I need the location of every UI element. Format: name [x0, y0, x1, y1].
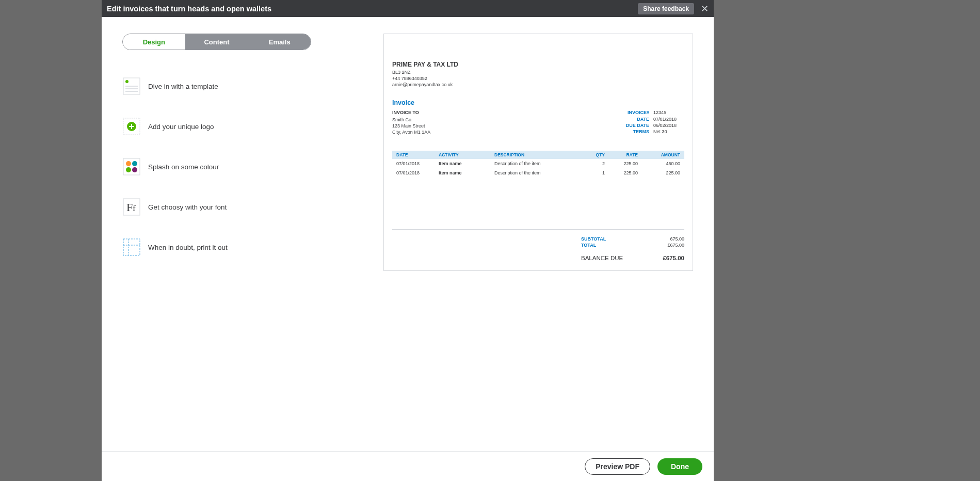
invoice-title: Invoice	[392, 99, 684, 106]
invoice-meta: INVOICE#12345 DATE07/01/2018 DUE DATE06/…	[617, 109, 684, 135]
totals-block: SUBTOTAL675.00 TOTAL£675.00 BALANCE DUE£…	[392, 229, 684, 262]
company-email: arnie@primepayandtax.co.uk	[392, 82, 684, 88]
col-header-date: DATE	[396, 152, 439, 157]
preview-pdf-button[interactable]: Preview PDF	[585, 458, 650, 475]
add-logo-icon	[122, 117, 141, 136]
svg-text:F: F	[126, 201, 133, 214]
meta-label-invoice-number: INVOICE#	[617, 109, 649, 116]
option-print[interactable]: When in doubt, print it out	[122, 238, 363, 256]
col-header-amount: AMOUNT	[638, 152, 680, 157]
option-template[interactable]: Dive in with a template	[122, 77, 363, 95]
balance-value: £675.00	[663, 254, 684, 262]
colour-palette-icon	[122, 157, 141, 176]
modal-footer: Preview PDF Done	[102, 451, 714, 481]
print-margins-icon	[122, 238, 141, 256]
svg-point-1	[125, 80, 128, 83]
cell-description: Description of the item	[494, 170, 584, 175]
line-items-header: DATE ACTIVITY DESCRIPTION QTY RATE AMOUN…	[392, 151, 684, 159]
col-header-activity: ACTIVITY	[439, 152, 494, 157]
meta-due-date: 06/02/2018	[653, 122, 684, 129]
svg-text:f: f	[133, 203, 136, 213]
invoice-meta-row: INVOICE TO Smith Co. 123 Main Street Cit…	[392, 109, 684, 135]
cell-activity: Item name	[439, 170, 494, 175]
meta-label-due-date: DUE DATE	[617, 122, 649, 129]
template-icon	[122, 77, 141, 95]
svg-point-12	[126, 167, 131, 172]
cell-rate: 225.00	[605, 170, 638, 175]
cell-amount: 450.00	[638, 161, 680, 166]
svg-point-11	[132, 161, 137, 166]
font-icon: F f	[122, 198, 141, 216]
done-button[interactable]: Done	[657, 458, 702, 475]
meta-date: 07/01/2018	[653, 116, 684, 122]
cell-date: 07/01/2018	[396, 161, 439, 166]
svg-rect-9	[123, 158, 140, 175]
col-header-qty: QTY	[584, 152, 605, 157]
close-icon: ✕	[701, 3, 709, 14]
option-label: Get choosy with your font	[148, 203, 227, 211]
svg-point-13	[132, 167, 137, 172]
company-name: PRIME PAY & TAX LTD	[392, 61, 684, 68]
bill-to-city: City, Avon M1 1AA	[392, 129, 430, 135]
option-logo[interactable]: Add your unique logo	[122, 117, 363, 136]
tab-design[interactable]: Design	[123, 34, 186, 50]
cell-qty: 1	[584, 170, 605, 175]
tab-emails[interactable]: Emails	[248, 34, 311, 50]
tab-content[interactable]: Content	[186, 34, 249, 50]
meta-terms: Net 30	[653, 129, 684, 135]
modal-title: Edit invoices that turn heads and open w…	[107, 5, 271, 13]
option-font[interactable]: F f Get choosy with your font	[122, 198, 363, 216]
option-label: Dive in with a template	[148, 83, 218, 90]
cell-description: Description of the item	[494, 161, 584, 166]
total-value: £675.00	[667, 242, 684, 249]
meta-invoice-number: 12345	[653, 109, 684, 116]
option-colour[interactable]: Splash on some colour	[122, 157, 363, 176]
subtotal-label: SUBTOTAL	[581, 236, 606, 243]
subtotal-value: 675.00	[670, 236, 684, 243]
option-label: Add your unique logo	[148, 123, 214, 131]
cell-rate: 225.00	[605, 161, 638, 166]
company-postcode: BL3 2NZ	[392, 69, 684, 75]
bill-to-block: INVOICE TO Smith Co. 123 Main Street Cit…	[392, 109, 430, 135]
left-panel: Design Content Emails Dive	[122, 34, 363, 451]
modal-body: Design Content Emails Dive	[102, 17, 714, 451]
share-feedback-button[interactable]: Share feedback	[638, 3, 694, 14]
meta-label-terms: TERMS	[617, 129, 649, 135]
line-item-row: 07/01/2018 Item name Description of the …	[392, 168, 684, 178]
header-actions: Share feedback ✕	[638, 3, 711, 15]
svg-point-10	[126, 161, 131, 166]
col-header-rate: RATE	[605, 152, 638, 157]
invoice-preview: PRIME PAY & TAX LTD BL3 2NZ +44 78863403…	[383, 34, 693, 271]
tab-bar: Design Content Emails	[122, 34, 311, 50]
line-item-row: 07/01/2018 Item name Description of the …	[392, 159, 684, 168]
design-options: Dive in with a template Add your unique …	[122, 77, 363, 256]
modal-header: Edit invoices that turn heads and open w…	[102, 0, 714, 17]
total-label: TOTAL	[581, 242, 596, 249]
cell-qty: 2	[584, 161, 605, 166]
preview-panel: PRIME PAY & TAX LTD BL3 2NZ +44 78863403…	[383, 34, 693, 451]
balance-label: BALANCE DUE	[581, 254, 623, 262]
cell-date: 07/01/2018	[396, 170, 439, 175]
svg-rect-17	[123, 239, 140, 255]
bill-to-header: INVOICE TO	[392, 109, 430, 116]
close-button[interactable]: ✕	[698, 3, 711, 15]
meta-label-date: DATE	[617, 116, 649, 122]
option-label: When in doubt, print it out	[148, 244, 228, 251]
col-header-description: DESCRIPTION	[494, 152, 584, 157]
bill-to-name: Smith Co.	[392, 117, 430, 123]
option-label: Splash on some colour	[148, 163, 219, 171]
bill-to-street: 123 Main Street	[392, 123, 430, 129]
cell-amount: 225.00	[638, 170, 680, 175]
cell-activity: Item name	[439, 161, 494, 166]
edit-invoice-modal: Edit invoices that turn heads and open w…	[102, 0, 714, 481]
company-phone: +44 7886340352	[392, 75, 684, 82]
